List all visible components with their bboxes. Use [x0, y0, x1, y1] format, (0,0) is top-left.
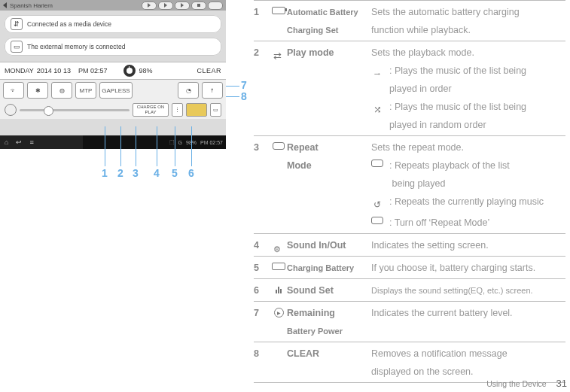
- callout-num-7: 7: [241, 79, 247, 91]
- row-desc: Displays the sound setting(EQ, etc.) scr…: [371, 281, 565, 299]
- sd-icon: ▭: [11, 41, 23, 53]
- figure-area: Spanish Harlem ⇵ Connected as a media de…: [0, 0, 254, 392]
- chip-yellow: [186, 103, 207, 117]
- track-title: Spanish Harlem: [10, 2, 53, 9]
- info-bar: MONDAY 2014 10 13 PM 02:57 98% CLEAR: [0, 62, 226, 80]
- prev-icon: [142, 2, 157, 10]
- callout-num-1: 1: [102, 167, 108, 179]
- day-label: MONDAY: [5, 67, 34, 74]
- recent-icon: ≡: [29, 138, 33, 146]
- battery-icon: [123, 65, 136, 77]
- leader-7: [226, 86, 239, 87]
- dots-icon: ⋮: [172, 103, 183, 117]
- next-icon: [175, 2, 190, 10]
- callout-num-3: 3: [133, 167, 139, 179]
- row-desc: Sets the automatic battery charging func…: [371, 3, 565, 39]
- leader-4v: [157, 126, 157, 166]
- bs-time: PM 02:57: [200, 140, 223, 145]
- charge-chip: CHARGE ON PLAY: [133, 103, 169, 117]
- back-nav-icon: ↩: [16, 138, 22, 146]
- desc-line: function while playback.: [371, 25, 471, 35]
- date-label: 2014 10 13: [37, 67, 71, 74]
- row-desc: Sets the repeat mode. : Repeats playback…: [371, 138, 565, 232]
- callout-num-6: 6: [188, 167, 194, 179]
- desc-line: : Plays the music of the list being: [389, 102, 526, 112]
- leader-1v: [105, 126, 105, 166]
- brightness-slider: [20, 109, 130, 111]
- row-label: Sound Set: [287, 281, 371, 299]
- label-line: Repeat: [287, 142, 319, 153]
- leader-3v: [136, 126, 136, 166]
- desc-line: : Repeats the currently playing music: [389, 193, 565, 214]
- row-label: CLEAR: [287, 345, 371, 381]
- extra-icon: [208, 2, 223, 10]
- leader-6v: [191, 126, 192, 166]
- feature-table: 1 Automatic Battery Charging Set Sets th…: [254, 0, 565, 383]
- row-label: Repeat Mode: [287, 138, 371, 232]
- notice-text: The external memory is connected: [27, 43, 125, 50]
- desc-line: : Turn off ‘Repeat Mode’: [389, 214, 565, 232]
- table-row: 3 Repeat Mode Sets the repeat mode. : Re…: [254, 135, 565, 233]
- repeat-one-icon: [371, 193, 383, 214]
- chip-small: ▭: [210, 103, 221, 117]
- globe-icon: ◍: [51, 82, 72, 99]
- desc-line: : Repeats playback of the list: [389, 160, 510, 171]
- callout-num-5: 5: [172, 167, 178, 179]
- desc-line: played in random order: [389, 120, 486, 130]
- bs-net-icon: G: [178, 140, 182, 145]
- row-label: Charging Battery: [287, 259, 371, 277]
- table-row: 6 Sound Set Displays the sound setting(E…: [254, 278, 565, 301]
- back-icon: [3, 2, 7, 8]
- desc-line: : Plays the music of the list being: [389, 65, 526, 76]
- row-num: 2: [254, 44, 270, 134]
- leader-2v: [120, 126, 121, 166]
- desc-line: Removes a notification message: [371, 348, 508, 359]
- desc-line: displayed on the screen.: [371, 366, 474, 377]
- row-label: Automatic Battery Charging Set: [287, 3, 371, 39]
- leader-5v: [175, 126, 175, 166]
- row-num: 3: [254, 138, 270, 232]
- no-icon: [270, 345, 287, 381]
- row-num: 8: [254, 345, 270, 381]
- desc-line: Sets the automatic battery charging: [371, 7, 520, 17]
- page-footer: Using the Device 31: [486, 378, 567, 389]
- desc-line: being played: [392, 178, 445, 189]
- label-line: Automatic Battery: [287, 8, 358, 17]
- table-row: 2 Play mode Sets the playback mode. : Pl…: [254, 41, 565, 135]
- desc-line: Sets the playback mode.: [371, 47, 474, 58]
- battery-pct: 98%: [139, 67, 152, 74]
- clock-icon: ◔: [178, 82, 199, 99]
- brightness-icon: [5, 104, 17, 116]
- callout-num-2: 2: [117, 167, 123, 179]
- toggles-row: ᯤ ✱ ◍ MTP GAPLESS ◔ ⫯: [0, 80, 226, 101]
- label-line: Mode: [287, 160, 312, 171]
- row-desc: If you choose it, battery charging start…: [371, 259, 565, 277]
- table-row: 4 Sound In/Out Indicates the setting scr…: [254, 233, 565, 256]
- row-num: 7: [254, 304, 270, 340]
- device-statusbar: Spanish Harlem: [0, 0, 226, 11]
- bluetooth-icon: ✱: [27, 82, 48, 99]
- clear-label: CLEAR: [197, 67, 221, 74]
- home-icon: ⌂: [5, 138, 8, 146]
- row-label: Remaining Battery Power: [287, 304, 371, 340]
- row-desc: Removes a notification message displayed…: [371, 345, 565, 381]
- row-num: 4: [254, 236, 270, 254]
- notice-media: ⇵ Connected as a media device: [5, 15, 221, 33]
- play-icon: [158, 2, 173, 10]
- device-screenshot: Spanish Harlem ⇵ Connected as a media de…: [0, 0, 226, 149]
- arrow-right-icon: [371, 62, 383, 98]
- repeat-icon: [270, 138, 287, 232]
- remaining-batt-icon: [270, 304, 287, 340]
- mtp-chip: MTP: [75, 82, 96, 99]
- table-row: 8 CLEAR Removes a notification message d…: [254, 342, 565, 383]
- desc-line: Sets the repeat mode.: [371, 142, 464, 153]
- usb-icon: ⇵: [11, 18, 23, 30]
- row-desc: Indicates the setting screen.: [371, 236, 565, 254]
- callout-num-4: 4: [154, 167, 160, 179]
- eq-icon: ⫯: [202, 82, 223, 99]
- row-num: 1: [254, 3, 270, 39]
- feature-table-area: 1 Automatic Battery Charging Set Sets th…: [254, 0, 570, 392]
- slider-row: CHARGE ON PLAY ⋮ ▭: [0, 101, 226, 119]
- row-desc: Indicates the current battery level.: [371, 304, 565, 340]
- wifi-icon: ᯤ: [3, 82, 24, 99]
